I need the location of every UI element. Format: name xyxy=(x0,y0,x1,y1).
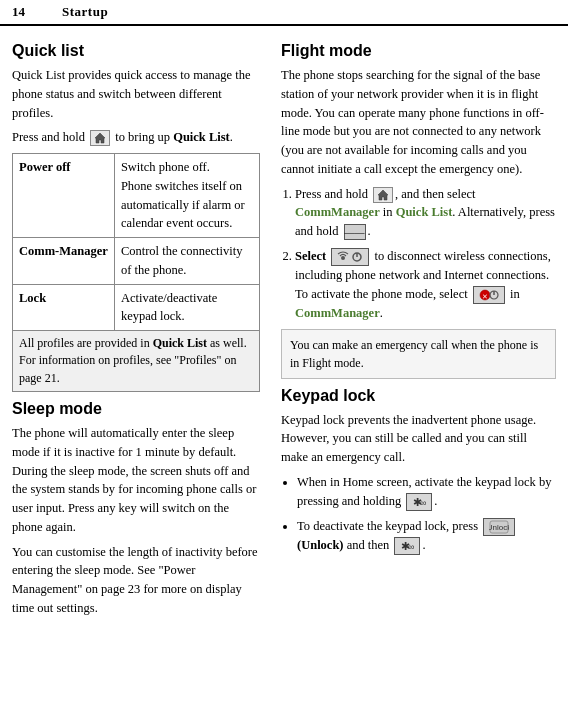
table-row-lock: Lock Activate/deactivate keypad lock. xyxy=(13,284,260,331)
page-number: 14 xyxy=(12,4,42,20)
eq-icon: ―― xyxy=(344,224,366,240)
commmanager-label: Comm-Manager xyxy=(13,238,115,285)
quick-list-intro: Quick List provides quick access to mana… xyxy=(12,66,260,122)
lock-icon-btn: Unlock xyxy=(483,518,515,536)
right-column: Flight mode The phone stops searching fo… xyxy=(270,34,568,624)
page-header: 14 Startup xyxy=(0,0,568,26)
poweroff-desc: Switch phone off. Phone switches itself … xyxy=(114,154,259,238)
quick-list-presshold: Press and hold to bring up Quick List. xyxy=(12,128,260,147)
page-container: 14 Startup Quick list Quick List provide… xyxy=(0,0,568,624)
commmanager-link2: CommManager xyxy=(295,306,380,320)
svg-point-2 xyxy=(341,256,345,260)
keypad-bullet-2: To deactivate the keypad lock, press Unl… xyxy=(297,517,556,555)
svg-text:∞: ∞ xyxy=(420,498,426,508)
table-note-row: All profiles are provided in Quick List … xyxy=(13,331,260,392)
sleep-mode-para2: You can customise the length of inactivi… xyxy=(12,543,260,618)
svg-text:Unlock: Unlock xyxy=(489,523,509,532)
quicklist-link1: Quick List xyxy=(396,205,453,219)
flight-mode-heading: Flight mode xyxy=(281,42,556,60)
lock-desc: Activate/deactivate keypad lock. xyxy=(114,284,259,331)
flight-mode-para: The phone stops searching for the signal… xyxy=(281,66,556,179)
sleep-mode-heading: Sleep mode xyxy=(12,400,260,418)
keypad-bullet-1: When in Home screen, activate the keypad… xyxy=(297,473,556,511)
commmanager-desc: Control the connectivity of the phone. xyxy=(114,238,259,285)
keypad-lock-intro: Keypad lock prevents the inadvertent pho… xyxy=(281,411,556,467)
svg-text:✕: ✕ xyxy=(482,293,488,300)
svg-text:∞: ∞ xyxy=(408,542,414,552)
asterisk-icon-1: ✱ ∞ xyxy=(406,493,432,511)
svg-marker-0 xyxy=(95,133,105,143)
flight-activate-icon: ✕ xyxy=(473,286,505,304)
asterisk-icon-2: ✱ ∞ xyxy=(394,537,420,555)
table-row-commmanager: Comm-Manager Control the connectivity of… xyxy=(13,238,260,285)
flight-mode-steps: Press and hold , and then select CommMan… xyxy=(281,185,556,323)
poweroff-label: Power off xyxy=(13,154,115,238)
left-column: Quick list Quick List provides quick acc… xyxy=(0,34,270,624)
keypad-lock-bullets: When in Home screen, activate the keypad… xyxy=(281,473,556,555)
lock-label: Lock xyxy=(13,284,115,331)
flight-mode-info-box: You can make an emergency call when the … xyxy=(281,329,556,379)
keypad-lock-heading: Keypad lock xyxy=(281,387,556,405)
home-icon xyxy=(90,130,110,146)
table-row-poweroff: Power off Switch phone off. Phone switch… xyxy=(13,154,260,238)
svg-marker-1 xyxy=(378,190,388,200)
quicklist-table: Power off Switch phone off. Phone switch… xyxy=(12,153,260,392)
quick-list-heading: Quick list xyxy=(12,42,260,60)
page-title: Startup xyxy=(62,4,108,20)
sleep-mode-para1: The phone will automatically enter the s… xyxy=(12,424,260,537)
flight-step-1: Press and hold , and then select CommMan… xyxy=(295,185,556,241)
wifi-power-icon xyxy=(331,248,369,266)
table-note: All profiles are provided in Quick List … xyxy=(13,331,260,392)
home-icon-step1 xyxy=(373,187,393,203)
commmanager-link1: CommManager xyxy=(295,205,380,219)
main-content: Quick list Quick List provides quick acc… xyxy=(0,34,568,624)
flight-step-2: Select to disconnect wireless connect xyxy=(295,247,556,323)
